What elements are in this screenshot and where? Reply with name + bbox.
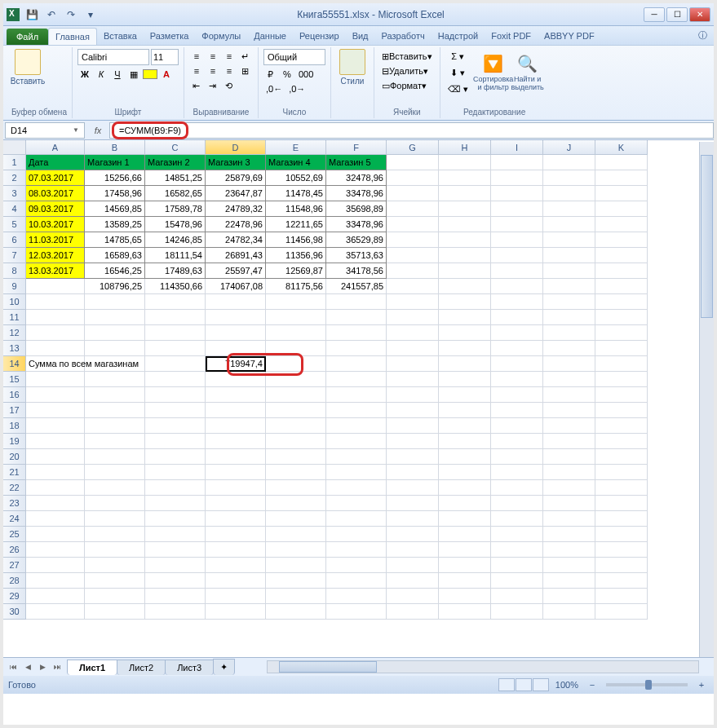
paste-button[interactable]: Вставить xyxy=(11,49,44,86)
cell-H20[interactable] xyxy=(439,449,491,465)
cell-F2[interactable]: 32478,96 xyxy=(326,170,387,186)
row-header-28[interactable]: 28 xyxy=(3,573,26,589)
row-header-21[interactable]: 21 xyxy=(3,465,26,480)
ribbon-help-icon[interactable]: ⓘ xyxy=(692,26,714,45)
cell-K7[interactable] xyxy=(595,248,648,263)
row-header-27[interactable]: 27 xyxy=(3,558,26,573)
cell-F24[interactable] xyxy=(326,511,387,527)
sheet-tab-Лист3[interactable]: Лист3 xyxy=(165,660,214,675)
row-header-5[interactable]: 5 xyxy=(3,217,26,232)
column-header-B[interactable]: B xyxy=(85,140,145,155)
row-header-29[interactable]: 29 xyxy=(3,589,26,604)
cell-B16[interactable] xyxy=(85,387,145,403)
cell-G30[interactable] xyxy=(387,604,439,620)
cell-D16[interactable] xyxy=(206,387,266,403)
cell-B15[interactable] xyxy=(85,372,145,387)
cell-A13[interactable] xyxy=(26,341,85,356)
cell-H21[interactable] xyxy=(439,465,491,480)
cell-D6[interactable]: 24782,34 xyxy=(206,232,266,248)
row-header-22[interactable]: 22 xyxy=(3,480,26,496)
comma-button[interactable]: 000 xyxy=(296,67,316,82)
cell-K11[interactable] xyxy=(595,310,648,325)
cell-J30[interactable] xyxy=(543,604,595,620)
cell-C19[interactable] xyxy=(145,434,206,449)
cell-H16[interactable] xyxy=(439,387,491,403)
cell-B22[interactable] xyxy=(85,480,145,496)
cell-C7[interactable]: 18111,54 xyxy=(145,248,206,263)
cell-J17[interactable] xyxy=(543,403,595,418)
merge-button[interactable]: ⊞ xyxy=(238,64,253,78)
styles-button[interactable]: Стили xyxy=(336,49,369,86)
row-header-13[interactable]: 13 xyxy=(3,341,26,356)
sheet-tab-Лист1[interactable]: Лист1 xyxy=(67,660,117,675)
cell-I27[interactable] xyxy=(491,558,543,573)
cell-A3[interactable]: 08.03.2017 xyxy=(26,186,85,201)
cell-I29[interactable] xyxy=(491,589,543,604)
cell-E23[interactable] xyxy=(266,496,326,511)
increase-indent-button[interactable]: ⇥ xyxy=(206,78,220,93)
cell-K30[interactable] xyxy=(595,604,648,620)
row-header-30[interactable]: 30 xyxy=(3,604,26,620)
cell-A24[interactable] xyxy=(26,511,85,527)
cell-C3[interactable]: 16582,65 xyxy=(145,186,206,201)
cell-J5[interactable] xyxy=(543,217,595,232)
cell-J2[interactable] xyxy=(543,170,595,186)
cell-J19[interactable] xyxy=(543,434,595,449)
ribbon-tab-foxit pdf[interactable]: Foxit PDF xyxy=(485,28,538,45)
cell-A9[interactable] xyxy=(26,279,85,294)
cell-C20[interactable] xyxy=(145,449,206,465)
cell-K18[interactable] xyxy=(595,418,648,434)
delete-cells-button[interactable]: ⊟ Удалить ▾ xyxy=(379,64,431,78)
vscroll-thumb[interactable] xyxy=(701,155,713,318)
cell-I15[interactable] xyxy=(491,372,543,387)
cell-A14[interactable]: Сумма по всем магазинам xyxy=(26,356,85,372)
decrease-indent-button[interactable]: ⇤ xyxy=(189,78,204,93)
cell-C15[interactable] xyxy=(145,372,206,387)
cell-C11[interactable] xyxy=(145,310,206,325)
cell-K12[interactable] xyxy=(595,325,648,341)
row-header-9[interactable]: 9 xyxy=(3,279,26,294)
cell-H5[interactable] xyxy=(439,217,491,232)
ribbon-tab-надстрой[interactable]: Надстрой xyxy=(432,28,485,45)
cell-J23[interactable] xyxy=(543,496,595,511)
cell-C2[interactable]: 14851,25 xyxy=(145,170,206,186)
cell-F13[interactable] xyxy=(326,341,387,356)
ribbon-tab-данные[interactable]: Данные xyxy=(247,28,293,45)
row-header-19[interactable]: 19 xyxy=(3,434,26,449)
cell-K16[interactable] xyxy=(595,387,648,403)
cell-G3[interactable] xyxy=(387,186,439,201)
cell-C12[interactable] xyxy=(145,325,206,341)
cell-G26[interactable] xyxy=(387,542,439,558)
cell-J29[interactable] xyxy=(543,589,595,604)
cell-E3[interactable]: 11478,45 xyxy=(266,186,326,201)
zoom-out-button[interactable]: − xyxy=(585,677,600,692)
cell-H9[interactable] xyxy=(439,279,491,294)
column-header-H[interactable]: H xyxy=(439,140,491,155)
cell-D30[interactable] xyxy=(206,604,266,620)
cell-A6[interactable]: 11.03.2017 xyxy=(26,232,85,248)
cell-E10[interactable] xyxy=(266,294,326,310)
cell-G10[interactable] xyxy=(387,294,439,310)
cell-F14[interactable] xyxy=(326,356,387,372)
zoom-in-button[interactable]: + xyxy=(694,677,709,692)
cell-C14[interactable] xyxy=(145,356,206,372)
cell-E13[interactable] xyxy=(266,341,326,356)
cell-C26[interactable] xyxy=(145,542,206,558)
qat-dropdown-icon[interactable]: ▾ xyxy=(83,7,98,22)
cell-E17[interactable] xyxy=(266,403,326,418)
cell-F6[interactable]: 36529,89 xyxy=(326,232,387,248)
orientation-button[interactable]: ⟲ xyxy=(222,78,237,93)
row-header-24[interactable]: 24 xyxy=(3,511,26,527)
minimize-button[interactable]: ─ xyxy=(644,7,665,22)
sheet-nav-prev[interactable]: ◀ xyxy=(21,660,34,673)
cell-A7[interactable]: 12.03.2017 xyxy=(26,248,85,263)
row-header-11[interactable]: 11 xyxy=(3,310,26,325)
cell-H26[interactable] xyxy=(439,542,491,558)
font-size-input[interactable] xyxy=(151,49,179,65)
ribbon-tab-главная[interactable]: Главная xyxy=(48,28,97,45)
row-header-8[interactable]: 8 xyxy=(3,263,26,279)
cell-B1[interactable]: Магазин 1 xyxy=(85,155,145,170)
cell-B28[interactable] xyxy=(85,573,145,589)
cell-E22[interactable] xyxy=(266,480,326,496)
cell-F10[interactable] xyxy=(326,294,387,310)
